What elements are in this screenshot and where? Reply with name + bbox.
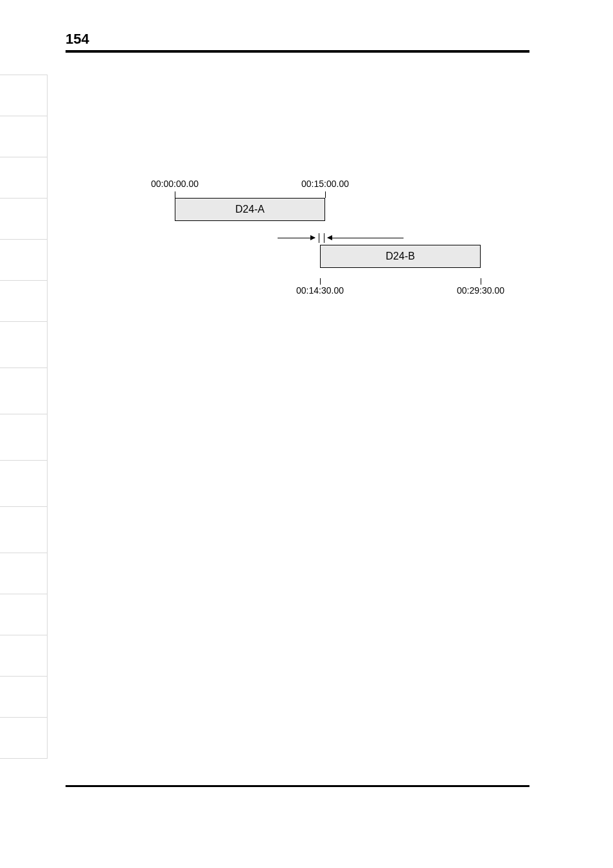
side-tab (0, 677, 47, 718)
side-tab (0, 199, 47, 240)
side-tab (0, 594, 47, 635)
side-tab (0, 507, 47, 553)
clip-box-a: D24-A (175, 198, 325, 221)
clip-label: D24-B (386, 251, 414, 262)
side-tab (0, 157, 47, 199)
side-tab (0, 635, 47, 677)
timecode-label: 00:14:30.00 (296, 285, 344, 296)
side-tab (0, 281, 47, 322)
side-tab (0, 553, 47, 594)
side-tab (0, 461, 47, 507)
side-tab (0, 368, 47, 414)
gap-marker (319, 233, 319, 243)
clip-label: D24-A (235, 204, 264, 215)
tick-mark (481, 278, 481, 285)
arrow-right-icon (278, 238, 315, 238)
timecode-label: 00:29:30.00 (457, 285, 504, 296)
side-tab (0, 116, 47, 157)
tick-mark (320, 278, 321, 285)
tick-mark (325, 191, 326, 198)
tick-mark (175, 191, 175, 198)
timecode-label: 00:00:00.00 (151, 179, 199, 189)
gap-marker (324, 233, 324, 243)
guide-line (365, 238, 404, 238)
arrow-left-icon (328, 238, 365, 238)
side-tab (0, 414, 47, 461)
timecode-label: 00:15:00.00 (301, 179, 349, 189)
side-tabs (0, 75, 48, 759)
side-tab (0, 322, 47, 368)
side-tab (0, 75, 47, 116)
timecode-diagram: 00:00:00.00 00:15:00.00 D24-A D24-B 00:1… (145, 179, 515, 299)
side-tab (0, 240, 47, 281)
page-number: 154 (66, 31, 89, 48)
header-rule (66, 50, 529, 53)
clip-box-b: D24-B (320, 245, 481, 268)
side-tab (0, 718, 47, 759)
footer-rule (66, 785, 529, 787)
